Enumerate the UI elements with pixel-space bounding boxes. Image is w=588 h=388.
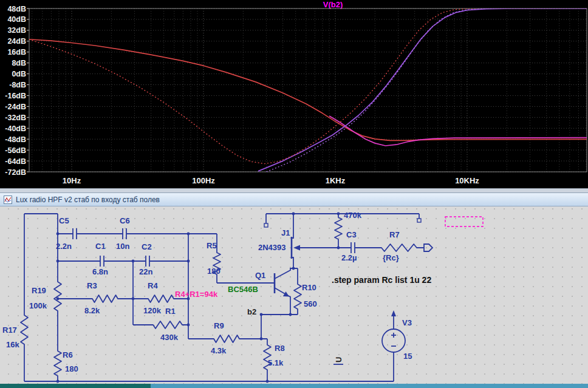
schematic-pane[interactable]: C52.2nC610nC16.8nC222nR5180R38.2kR4120kR… (0, 206, 588, 384)
pane-splitter[interactable] (0, 188, 588, 193)
label-16k[interactable]: 16k (6, 341, 19, 349)
label-100k[interactable]: 100k (29, 302, 47, 310)
trace-run1[interactable] (26, 39, 588, 140)
y-tick--64dB: -64dB (5, 157, 26, 166)
label-180[interactable]: 180 (65, 365, 78, 373)
label-120k[interactable]: 120k (143, 307, 161, 315)
label-2.2µ[interactable]: 2.2µ (341, 254, 357, 262)
label-J1[interactable]: J1 (281, 229, 290, 237)
trace-title[interactable]: V(b2) (323, 0, 343, 9)
x-tick-100Hz: 100Hz (192, 176, 215, 185)
label-R4+R1=94k[interactable]: R4+R1=94k (175, 290, 217, 298)
y-tick-16dB: 16dB (7, 48, 26, 56)
y-tick--56dB: -56dB (5, 146, 26, 155)
label-BC546B[interactable]: BC546B (228, 285, 258, 293)
schematic-labels: C52.2nC610nC16.8nC222nR5180R38.2kR4120kR… (0, 206, 588, 384)
label-5.1k[interactable]: 5.1k (268, 359, 283, 367)
label-R6[interactable]: R6 (63, 351, 73, 359)
y-tick--72dB: -72dB (5, 168, 26, 177)
ltspice-icon (4, 196, 12, 204)
label-4.3k[interactable]: 4.3k (211, 347, 226, 355)
y-tick-48dB: 48dB (7, 5, 26, 13)
label-R10[interactable]: R10 (302, 284, 316, 291)
status-strip (0, 384, 588, 388)
label-{Rc}[interactable]: {Rc} (383, 254, 399, 262)
trace-run1-dot[interactable] (26, 9, 588, 164)
y-tick--48dB: -48dB (5, 135, 26, 144)
label-C2[interactable]: C2 (142, 243, 152, 251)
label-180[interactable]: 180 (207, 267, 220, 275)
y-tick-0dB: 0dB (12, 70, 26, 78)
x-tick-10KHz: 10KHz (455, 176, 479, 185)
label-R19[interactable]: R19 (32, 287, 46, 294)
schematic-title: Lux radio HPF v2 стаб по входу стаб поле… (16, 196, 160, 204)
y-tick--8dB: -8dB (9, 81, 26, 89)
label-C5[interactable]: C5 (59, 217, 69, 225)
label-6.8n[interactable]: 6.8n (92, 268, 108, 276)
waveform-canvas[interactable]: V(b2) 48dB40dB32dB24dB16dB8dB0dB-8dB-16d… (0, 0, 588, 188)
y-tick-24dB: 24dB (7, 37, 26, 46)
label-15[interactable]: 15 (403, 352, 412, 360)
y-tick--16dB: -16dB (5, 92, 26, 100)
plot-grid (27, 9, 587, 172)
label-R3[interactable]: R3 (87, 282, 97, 290)
label-C3[interactable]: C3 (346, 231, 357, 239)
label-R4[interactable]: R4 (148, 282, 158, 290)
x-tick-10Hz: 10Hz (63, 176, 81, 185)
y-tick--32dB: -32dB (5, 114, 26, 122)
label-R8[interactable]: R8 (275, 344, 285, 352)
label-R17[interactable]: R17 (2, 326, 17, 334)
x-tick-1KHz: 1KHz (326, 176, 346, 185)
trace-run3[interactable] (258, 9, 588, 171)
label-430k[interactable]: 430k (160, 333, 178, 341)
status-strip-right (151, 384, 588, 388)
label-V3[interactable]: V3 (402, 319, 412, 327)
label-470k[interactable]: 470k (344, 211, 361, 219)
label-C1[interactable]: C1 (95, 242, 106, 250)
label-560[interactable]: 560 (304, 300, 317, 308)
label-2.2n[interactable]: 2.2n (56, 242, 72, 250)
y-tick-32dB: 32dB (7, 26, 26, 35)
y-tick--40dB: -40dB (5, 124, 26, 133)
trace-run2[interactable] (329, 116, 588, 146)
label-b2[interactable]: b2 (247, 308, 256, 316)
waveform-pane[interactable]: V(b2) 48dB40dB32dB24dB16dB8dB0dB-8dB-16d… (0, 0, 588, 188)
schematic-titlebar[interactable]: Lux radio HPF v2 стаб по входу стаб поле… (0, 193, 588, 206)
label-.step-param-Rc-list-1u-22[interactable]: .step param Rc list 1u 22 (332, 276, 431, 284)
y-tick-8dB: 8dB (12, 59, 26, 67)
label-R7[interactable]: R7 (389, 231, 400, 239)
label-C6[interactable]: C6 (120, 217, 130, 225)
label-R9[interactable]: R9 (214, 322, 224, 330)
label-R1[interactable]: R1 (165, 307, 176, 315)
label-2N4393[interactable]: 2N4393 (258, 243, 286, 251)
label-R5[interactable]: R5 (207, 242, 217, 250)
y-tick-40dB: 40dB (7, 15, 26, 24)
label-U[interactable]: U (335, 357, 343, 362)
label-22n[interactable]: 22n (139, 268, 152, 276)
y-tick--24dB: -24dB (5, 103, 26, 111)
status-strip-left (0, 384, 151, 388)
label-10n[interactable]: 10n (116, 242, 129, 250)
label-8.2k[interactable]: 8.2k (84, 307, 100, 315)
label-Q1[interactable]: Q1 (255, 271, 265, 279)
